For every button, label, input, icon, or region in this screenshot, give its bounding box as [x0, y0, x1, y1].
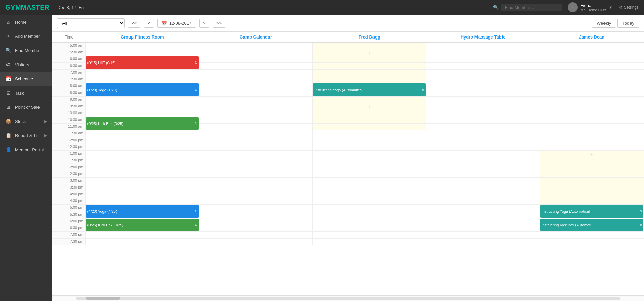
schedule-cell[interactable]: [199, 97, 312, 103]
schedule-cell[interactable]: [85, 178, 199, 184]
event-block[interactable]: Instructing Kick Box (Automati...↻: [540, 219, 643, 231]
schedule-cell[interactable]: [313, 239, 426, 245]
schedule-cell[interactable]: [313, 151, 426, 157]
schedule-cell[interactable]: [426, 205, 540, 211]
schedule-cell[interactable]: [199, 178, 312, 184]
schedule-cell[interactable]: [313, 184, 426, 191]
schedule-cell[interactable]: [199, 49, 312, 56]
calendar-grid[interactable]: Time Group Fitness Room Camp Calendar Fr…: [52, 32, 644, 295]
schedule-cell[interactable]: [85, 239, 199, 245]
schedule-cell[interactable]: [426, 171, 540, 178]
schedule-cell[interactable]: [199, 225, 312, 232]
schedule-cell[interactable]: [426, 239, 540, 245]
schedule-cell[interactable]: [540, 63, 644, 70]
schedule-cell[interactable]: [540, 76, 644, 83]
schedule-cell[interactable]: [426, 117, 540, 124]
schedule-cell[interactable]: [85, 164, 199, 171]
user-dropdown-icon[interactable]: ▼: [609, 5, 612, 9]
schedule-cell[interactable]: [426, 56, 540, 63]
schedule-cell[interactable]: +: [313, 103, 426, 110]
sidebar-item-find-member[interactable]: 🔍 Find Member: [0, 43, 52, 57]
schedule-cell[interactable]: [85, 232, 199, 239]
schedule-cell[interactable]: [199, 151, 312, 157]
schedule-cell[interactable]: [426, 232, 540, 239]
schedule-cell[interactable]: [199, 70, 312, 76]
add-event-button[interactable]: +: [590, 151, 593, 157]
schedule-cell[interactable]: +: [540, 151, 644, 157]
schedule-cell[interactable]: [313, 171, 426, 178]
sidebar-item-point-of-sale[interactable]: ⊞ Point of Sale: [0, 100, 52, 114]
schedule-cell[interactable]: [199, 205, 312, 211]
schedule-cell[interactable]: [313, 232, 426, 239]
schedule-cell[interactable]: [199, 184, 312, 191]
sidebar-item-home[interactable]: ⌂ Home: [0, 15, 52, 29]
schedule-cell[interactable]: [540, 117, 644, 124]
schedule-cell[interactable]: [85, 103, 199, 110]
schedule-cell[interactable]: [85, 130, 199, 137]
schedule-cell[interactable]: [540, 198, 644, 205]
schedule-cell[interactable]: [199, 239, 312, 245]
schedule-cell[interactable]: [85, 151, 199, 157]
schedule-cell[interactable]: [199, 218, 312, 225]
schedule-cell[interactable]: [313, 43, 426, 49]
sidebar-item-schedule[interactable]: 📅 Schedule: [0, 72, 52, 86]
schedule-cell[interactable]: (0/25) Kick Box (0/25)↻: [85, 218, 199, 232]
schedule-cell[interactable]: [85, 137, 199, 144]
schedule-cell[interactable]: [426, 211, 540, 218]
schedule-cell[interactable]: (1/20) Yoga (1/20)↻: [85, 83, 199, 97]
schedule-cell[interactable]: [426, 184, 540, 191]
schedule-cell[interactable]: [540, 110, 644, 117]
schedule-cell[interactable]: [85, 110, 199, 117]
schedule-cell[interactable]: [426, 157, 540, 164]
schedule-cell[interactable]: [540, 232, 644, 239]
current-date-display[interactable]: 📅 12-08-2017: [157, 19, 196, 28]
schedule-cell[interactable]: [199, 76, 312, 83]
schedule-cell[interactable]: [540, 191, 644, 198]
schedule-cell[interactable]: [199, 232, 312, 239]
schedule-cell[interactable]: [540, 239, 644, 245]
schedule-cell[interactable]: Instructing Yoga (Automaticall...↻: [540, 205, 644, 218]
schedule-cell[interactable]: [199, 63, 312, 70]
schedule-cell[interactable]: [540, 97, 644, 103]
add-event-button[interactable]: +: [368, 104, 371, 110]
schedule-cell[interactable]: [85, 157, 199, 164]
schedule-cell[interactable]: [313, 178, 426, 184]
schedule-cell[interactable]: [426, 63, 540, 70]
schedule-cell[interactable]: [313, 63, 426, 70]
schedule-cell[interactable]: [426, 49, 540, 56]
schedule-cell[interactable]: [313, 137, 426, 144]
schedule-cell[interactable]: [426, 164, 540, 171]
sidebar-item-member-portal[interactable]: 👤 Member Portal: [0, 143, 52, 157]
schedule-cell[interactable]: [426, 90, 540, 97]
schedule-cell[interactable]: [540, 144, 644, 151]
sidebar-item-task[interactable]: ☑ Task: [0, 86, 52, 100]
schedule-cell[interactable]: [426, 191, 540, 198]
schedule-cell[interactable]: [313, 76, 426, 83]
schedule-cell[interactable]: [199, 43, 312, 49]
schedule-cell[interactable]: [199, 137, 312, 144]
schedule-cell[interactable]: [85, 43, 199, 49]
schedule-cell[interactable]: [426, 76, 540, 83]
add-event-button[interactable]: +: [368, 50, 371, 56]
nav-next-button[interactable]: >: [199, 19, 209, 28]
nav-last-button[interactable]: >>: [213, 19, 225, 28]
schedule-cell[interactable]: [85, 191, 199, 198]
schedule-cell[interactable]: [426, 103, 540, 110]
weekly-view-button[interactable]: Weekly: [592, 19, 616, 28]
schedule-cell[interactable]: [199, 198, 312, 205]
schedule-cell[interactable]: [199, 124, 312, 130]
schedule-cell[interactable]: [540, 184, 644, 191]
schedule-cell[interactable]: [540, 124, 644, 130]
schedule-cell[interactable]: [199, 157, 312, 164]
schedule-cell[interactable]: [426, 178, 540, 184]
schedule-cell[interactable]: [540, 70, 644, 76]
schedule-cell[interactable]: [313, 56, 426, 63]
schedule-cell[interactable]: [540, 130, 644, 137]
schedule-cell[interactable]: Instructing Yoga (Automaticall...↻: [313, 83, 426, 97]
nav-first-button[interactable]: <<: [128, 19, 140, 28]
schedule-cell[interactable]: (4/20) Yoga (4/20)↻: [85, 205, 199, 218]
sidebar-item-report-till[interactable]: 📋 Report & Till ▶: [0, 128, 52, 143]
schedule-cell[interactable]: [85, 198, 199, 205]
schedule-cell[interactable]: [313, 225, 426, 232]
schedule-cell[interactable]: [85, 184, 199, 191]
